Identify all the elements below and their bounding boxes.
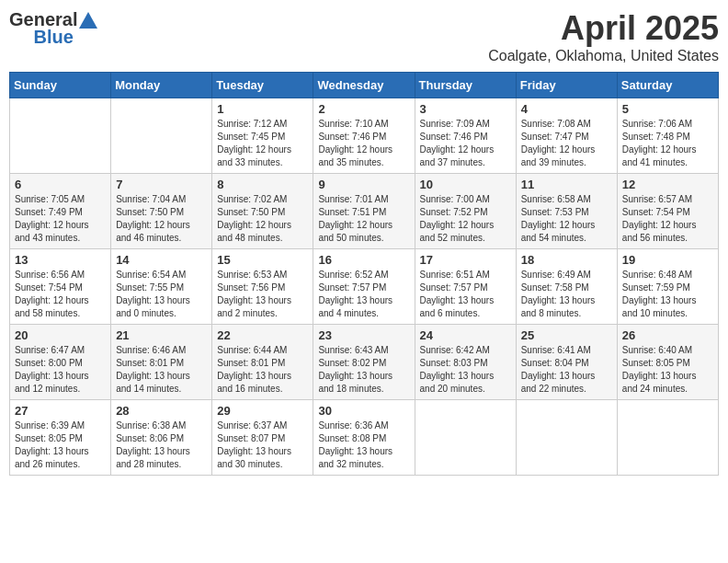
weekday-header-row: SundayMondayTuesdayWednesdayThursdayFrid… (10, 73, 719, 98)
calendar-cell: 1Sunrise: 7:12 AM Sunset: 7:45 PM Daylig… (212, 98, 313, 174)
day-info: Sunrise: 6:52 AM Sunset: 7:57 PM Dayligh… (318, 269, 409, 320)
logo-icon: General Blue (9, 9, 97, 48)
day-number: 8 (217, 178, 308, 191)
calendar-cell: 24Sunrise: 6:42 AM Sunset: 8:03 PM Dayli… (415, 325, 516, 400)
day-number: 20 (15, 328, 106, 342)
day-info: Sunrise: 6:44 AM Sunset: 8:01 PM Dayligh… (217, 344, 308, 396)
calendar-week-row: 13Sunrise: 6:56 AM Sunset: 7:54 PM Dayli… (10, 249, 719, 325)
weekday-header-saturday: Saturday (617, 73, 718, 98)
calendar-cell (617, 400, 718, 476)
calendar-cell: 29Sunrise: 6:37 AM Sunset: 8:07 PM Dayli… (212, 400, 313, 476)
day-number: 2 (318, 102, 409, 116)
calendar-cell: 2Sunrise: 7:10 AM Sunset: 7:46 PM Daylig… (313, 98, 415, 174)
day-info: Sunrise: 6:39 AM Sunset: 8:05 PM Dayligh… (15, 419, 106, 471)
calendar-cell: 19Sunrise: 6:48 AM Sunset: 7:59 PM Dayli… (617, 249, 718, 325)
page-header: General Blue April 2025 Coalgate, Oklaho… (9, 9, 719, 64)
day-number: 3 (420, 102, 511, 116)
day-number: 5 (622, 102, 713, 116)
day-number: 26 (622, 328, 713, 342)
day-number: 16 (318, 253, 409, 267)
day-number: 14 (116, 253, 207, 267)
day-number: 13 (15, 253, 106, 267)
day-info: Sunrise: 6:58 AM Sunset: 7:53 PM Dayligh… (521, 193, 612, 245)
calendar-table: SundayMondayTuesdayWednesdayThursdayFrid… (9, 72, 719, 476)
day-number: 12 (622, 178, 713, 191)
calendar-cell: 27Sunrise: 6:39 AM Sunset: 8:05 PM Dayli… (10, 400, 111, 476)
calendar-cell: 25Sunrise: 6:41 AM Sunset: 8:04 PM Dayli… (516, 325, 617, 400)
day-info: Sunrise: 6:56 AM Sunset: 7:54 PM Dayligh… (15, 269, 106, 320)
day-info: Sunrise: 6:47 AM Sunset: 8:00 PM Dayligh… (15, 344, 106, 396)
day-number: 23 (318, 328, 409, 342)
day-number: 19 (622, 253, 713, 267)
calendar-week-row: 20Sunrise: 6:47 AM Sunset: 8:00 PM Dayli… (10, 325, 719, 400)
day-info: Sunrise: 6:38 AM Sunset: 8:06 PM Dayligh… (116, 419, 207, 471)
day-number: 24 (420, 328, 511, 342)
calendar-cell: 11Sunrise: 6:58 AM Sunset: 7:53 PM Dayli… (516, 174, 617, 249)
logo-triangle-icon (79, 12, 97, 29)
day-info: Sunrise: 7:05 AM Sunset: 7:49 PM Dayligh… (15, 193, 106, 245)
day-info: Sunrise: 6:51 AM Sunset: 7:57 PM Dayligh… (420, 269, 511, 320)
calendar-week-row: 1Sunrise: 7:12 AM Sunset: 7:45 PM Daylig… (10, 98, 719, 174)
calendar-location: Coalgate, Oklahoma, United States (488, 48, 719, 64)
day-info: Sunrise: 7:02 AM Sunset: 7:50 PM Dayligh… (217, 193, 308, 245)
day-number: 21 (116, 328, 207, 342)
title-block: April 2025 Coalgate, Oklahoma, United St… (488, 9, 719, 64)
day-info: Sunrise: 7:09 AM Sunset: 7:46 PM Dayligh… (420, 118, 511, 169)
day-info: Sunrise: 7:06 AM Sunset: 7:48 PM Dayligh… (622, 118, 713, 169)
calendar-cell: 17Sunrise: 6:51 AM Sunset: 7:57 PM Dayli… (415, 249, 516, 325)
day-info: Sunrise: 6:36 AM Sunset: 8:08 PM Dayligh… (318, 419, 409, 471)
day-number: 11 (521, 178, 612, 191)
day-number: 7 (116, 178, 207, 191)
day-info: Sunrise: 6:41 AM Sunset: 8:04 PM Dayligh… (521, 344, 612, 396)
calendar-cell: 12Sunrise: 6:57 AM Sunset: 7:54 PM Dayli… (617, 174, 718, 249)
day-number: 18 (521, 253, 612, 267)
logo-blue-text: Blue (34, 27, 74, 48)
calendar-cell (111, 98, 212, 174)
day-info: Sunrise: 7:01 AM Sunset: 7:51 PM Dayligh… (318, 193, 409, 245)
day-info: Sunrise: 7:08 AM Sunset: 7:47 PM Dayligh… (521, 118, 612, 169)
calendar-cell: 26Sunrise: 6:40 AM Sunset: 8:05 PM Dayli… (617, 325, 718, 400)
day-info: Sunrise: 6:49 AM Sunset: 7:58 PM Dayligh… (521, 269, 612, 320)
day-info: Sunrise: 7:12 AM Sunset: 7:45 PM Dayligh… (217, 118, 308, 169)
calendar-cell: 16Sunrise: 6:52 AM Sunset: 7:57 PM Dayli… (313, 249, 415, 325)
weekday-header-tuesday: Tuesday (212, 73, 313, 98)
day-info: Sunrise: 6:48 AM Sunset: 7:59 PM Dayligh… (622, 269, 713, 320)
weekday-header-sunday: Sunday (10, 73, 111, 98)
calendar-title: April 2025 (488, 9, 719, 48)
day-info: Sunrise: 6:37 AM Sunset: 8:07 PM Dayligh… (217, 419, 308, 471)
weekday-header-friday: Friday (516, 73, 617, 98)
day-info: Sunrise: 7:10 AM Sunset: 7:46 PM Dayligh… (318, 118, 409, 169)
calendar-cell: 21Sunrise: 6:46 AM Sunset: 8:01 PM Dayli… (111, 325, 212, 400)
calendar-cell: 23Sunrise: 6:43 AM Sunset: 8:02 PM Dayli… (313, 325, 415, 400)
calendar-week-row: 6Sunrise: 7:05 AM Sunset: 7:49 PM Daylig… (10, 174, 719, 249)
calendar-cell: 5Sunrise: 7:06 AM Sunset: 7:48 PM Daylig… (617, 98, 718, 174)
calendar-cell (516, 400, 617, 476)
day-number: 29 (217, 404, 308, 418)
logo: General Blue (9, 9, 101, 48)
day-number: 10 (420, 178, 511, 191)
day-info: Sunrise: 7:04 AM Sunset: 7:50 PM Dayligh… (116, 193, 207, 245)
day-number: 28 (116, 404, 207, 418)
day-info: Sunrise: 6:43 AM Sunset: 8:02 PM Dayligh… (318, 344, 409, 396)
day-info: Sunrise: 6:40 AM Sunset: 8:05 PM Dayligh… (622, 344, 713, 396)
calendar-cell: 30Sunrise: 6:36 AM Sunset: 8:08 PM Dayli… (313, 400, 415, 476)
day-number: 6 (15, 178, 106, 191)
day-info: Sunrise: 6:54 AM Sunset: 7:55 PM Dayligh… (116, 269, 207, 320)
calendar-cell: 4Sunrise: 7:08 AM Sunset: 7:47 PM Daylig… (516, 98, 617, 174)
weekday-header-thursday: Thursday (415, 73, 516, 98)
calendar-cell: 10Sunrise: 7:00 AM Sunset: 7:52 PM Dayli… (415, 174, 516, 249)
calendar-cell: 3Sunrise: 7:09 AM Sunset: 7:46 PM Daylig… (415, 98, 516, 174)
day-number: 15 (217, 253, 308, 267)
day-number: 4 (521, 102, 612, 116)
day-info: Sunrise: 6:46 AM Sunset: 8:01 PM Dayligh… (116, 344, 207, 396)
day-number: 22 (217, 328, 308, 342)
day-number: 30 (318, 404, 409, 418)
day-info: Sunrise: 7:00 AM Sunset: 7:52 PM Dayligh… (420, 193, 511, 245)
weekday-header-monday: Monday (111, 73, 212, 98)
calendar-cell: 28Sunrise: 6:38 AM Sunset: 8:06 PM Dayli… (111, 400, 212, 476)
weekday-header-wednesday: Wednesday (313, 73, 415, 98)
day-info: Sunrise: 6:42 AM Sunset: 8:03 PM Dayligh… (420, 344, 511, 396)
calendar-cell (10, 98, 111, 174)
calendar-cell: 9Sunrise: 7:01 AM Sunset: 7:51 PM Daylig… (313, 174, 415, 249)
day-number: 1 (217, 102, 308, 116)
